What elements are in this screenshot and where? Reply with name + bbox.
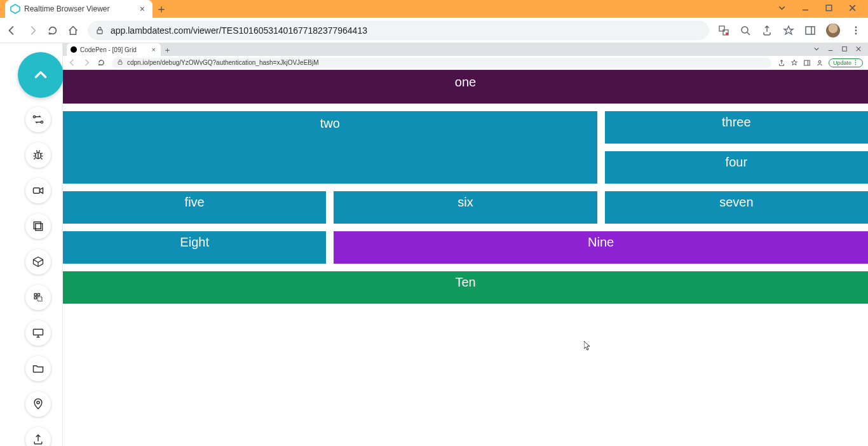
upload-icon[interactable] [25,427,51,446]
outer-browser-tab[interactable]: Realtime Browser Viewer × [5,0,153,18]
inner-forward-icon [83,58,91,67]
switch-icon[interactable] [25,107,51,132]
svg-rect-39 [118,62,122,64]
inner-tab-strip: CodePen - [09] Grid × ＋ [63,43,868,56]
minimize-icon[interactable] [801,3,810,15]
grid-cell-seven: seven [605,191,868,224]
inner-close-tab-icon[interactable]: × [151,46,157,53]
chevron-down-icon[interactable] [778,3,786,15]
svg-line-10 [747,32,750,35]
svg-point-43 [818,60,821,63]
grid-cell-nine: Nine [334,231,868,264]
folder-icon[interactable] [25,356,51,381]
svg-rect-21 [34,188,40,193]
inner-toolbar: cdpn.io/pen/debug/YzOWvGQ?authentication… [63,56,868,70]
resolution-icon[interactable] [25,285,51,310]
svg-point-15 [855,29,857,31]
outer-body: CodePen - [09] Grid × ＋ cdpn.io/pen/deb [0,43,868,446]
lambdatest-favicon-icon [10,4,20,14]
outer-tab-title: Realtime Browser Viewer [24,4,137,13]
back-icon[interactable] [6,25,18,36]
gallery-icon[interactable] [25,213,51,239]
svg-marker-0 [11,4,20,13]
grid-cell-one: one [63,70,868,104]
svg-marker-22 [40,188,43,193]
zoom-icon[interactable] [740,25,751,36]
bug-icon[interactable] [25,142,51,168]
collapse-fab[interactable] [18,52,64,98]
side-tool-list [25,107,51,446]
inner-profile-icon[interactable] [816,59,824,67]
inner-toolbar-right: Update ⋮ [778,58,863,67]
svg-rect-31 [34,329,43,335]
profile-avatar-icon[interactable] [826,24,840,37]
svg-rect-6 [719,26,724,31]
cube-icon[interactable] [25,249,51,274]
content-page: one two three four five six seven Eight … [63,70,868,446]
location-pin-icon[interactable] [25,391,51,417]
star-icon[interactable] [783,25,794,36]
maximize-icon[interactable] [825,3,833,15]
svg-rect-41 [804,60,810,65]
grid-cell-five: five [63,191,326,224]
outer-tab-strip: Realtime Browser Viewer × ＋ [0,0,868,18]
monitor-icon[interactable] [25,320,51,346]
home-icon[interactable] [67,25,79,36]
close-tab-icon[interactable]: × [137,4,147,14]
grid-cell-two: two [63,111,597,184]
svg-marker-40 [792,60,797,65]
inner-browser-tab[interactable]: CodePen - [09] Grid × [67,43,161,56]
update-label: Update [833,60,851,66]
update-button[interactable]: Update ⋮ [829,58,863,67]
close-window-icon[interactable] [848,3,857,15]
outer-toolbar-right [718,24,862,37]
css-grid: one two three four five six seven Eight … [63,70,868,304]
svg-rect-2 [826,5,832,11]
update-menu-dots-icon: ⋮ [853,60,858,66]
new-tab-button[interactable]: ＋ [153,0,170,18]
inner-browser: CodePen - [09] Grid × ＋ cdpn.io/pen/deb [62,43,868,446]
translate-icon[interactable] [718,25,729,36]
mouse-cursor-icon [584,341,590,351]
inner-new-tab-button[interactable]: ＋ [161,44,173,56]
svg-rect-27 [34,294,36,295]
side-panel-icon[interactable] [804,25,816,36]
side-rail [0,43,62,446]
svg-rect-23 [34,222,41,229]
inner-url-text: cdpn.io/pen/debug/YzOWvGQ?authentication… [127,59,319,66]
inner-lock-icon [117,59,123,67]
inner-star-icon[interactable] [790,59,798,67]
inner-address-bar[interactable]: cdpn.io/pen/debug/YzOWvGQ?authentication… [112,58,771,68]
inner-chevron-down-icon[interactable] [813,46,820,53]
inner-reload-icon[interactable] [97,58,105,67]
share-icon[interactable] [761,25,773,36]
outer-address-bar[interactable]: app.lambdatest.com/viewer/TES10160531401… [88,21,709,40]
outer-url-text: app.lambdatest.com/viewer/TES10160531401… [111,25,367,36]
inner-side-panel-icon[interactable] [803,59,811,67]
svg-marker-44 [584,341,590,350]
outer-toolbar: app.lambdatest.com/viewer/TES10160531401… [0,18,868,43]
codepen-favicon-icon [71,46,77,53]
grid-cell-three: three [605,111,868,144]
grid-cell-eight: Eight [63,231,326,264]
inner-close-window-icon[interactable] [855,46,862,53]
inner-window-controls [813,43,868,56]
inner-minimize-icon[interactable] [827,46,834,53]
inner-tab-title: CodePen - [09] Grid [80,46,151,53]
grid-cell-ten: Ten [63,271,868,304]
svg-point-16 [855,32,857,34]
video-icon[interactable] [25,178,51,203]
inner-share-icon[interactable] [778,59,785,67]
svg-point-14 [855,26,857,28]
reload-icon[interactable] [47,25,58,36]
menu-kebab-icon[interactable] [850,25,862,36]
svg-point-17 [34,116,36,118]
outer-window: Realtime Browser Viewer × ＋ app.lambdate… [0,0,868,446]
svg-rect-12 [806,27,815,34]
inner-maximize-icon[interactable] [841,46,848,53]
grid-cell-four: four [605,151,868,184]
svg-rect-28 [37,294,39,295]
lock-icon [95,26,104,35]
svg-point-18 [41,121,43,123]
svg-rect-29 [34,297,36,299]
